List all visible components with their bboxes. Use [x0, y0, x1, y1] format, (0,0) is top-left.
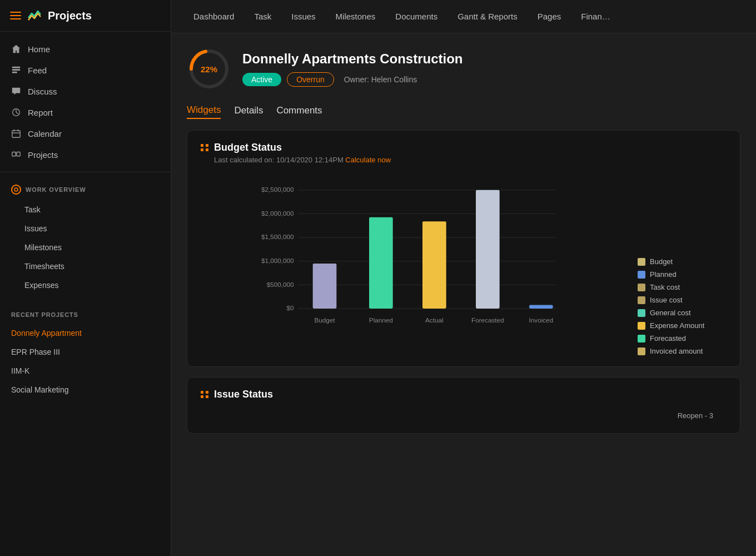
- legend-issue-cost: Issue cost: [638, 296, 727, 304]
- issue-widget-header: Issue Status: [201, 389, 727, 400]
- legend-swatch-task-cost: [638, 284, 645, 291]
- sidebar-item-projects[interactable]: Projects: [0, 144, 171, 165]
- nav-milestones[interactable]: Milestones: [327, 7, 385, 26]
- feed-icon: [11, 65, 21, 75]
- progress-percent: 22%: [201, 64, 217, 74]
- legend-invoiced-amount: Invoiced amount: [638, 347, 727, 355]
- svg-text:Invoiced: Invoiced: [529, 316, 554, 324]
- app-title: Projects: [48, 9, 92, 22]
- chart-legend: Budget Planned Task cost Issue cost: [638, 252, 727, 355]
- svg-rect-1: [12, 69, 20, 71]
- badge-active: Active: [242, 73, 281, 86]
- svg-rect-8: [12, 152, 16, 156]
- sidebar-item-feed[interactable]: Feed: [0, 59, 171, 81]
- svg-rect-4: [12, 131, 20, 138]
- tab-widgets[interactable]: Widgets: [187, 105, 221, 119]
- legend-expense-amount: Expense Amount: [638, 321, 727, 330]
- svg-text:Planned: Planned: [369, 316, 393, 324]
- sidebar: Projects Home Feed Discuss Report Calend…: [0, 0, 171, 556]
- svg-text:$0: $0: [286, 304, 294, 311]
- svg-text:$500,000: $500,000: [267, 281, 294, 288]
- sidebar-item-issues[interactable]: Issues: [0, 219, 171, 238]
- recent-label: RECENT PROJECTS: [0, 308, 171, 324]
- legend-swatch-expense-amount: [638, 322, 645, 330]
- top-nav: Dashboard Task Issues Milestones Documen…: [171, 0, 756, 33]
- legend-forecasted: Forecasted: [638, 334, 727, 342]
- chart-area: $2,500,000 $2,000,000 $1,500,000 $1,000,…: [201, 175, 727, 355]
- sidebar-item-home[interactable]: Home: [0, 38, 171, 59]
- svg-text:$1,000,000: $1,000,000: [261, 257, 294, 264]
- svg-rect-28: [476, 190, 500, 309]
- sidebar-item-milestones[interactable]: Milestones: [0, 238, 171, 257]
- sidebar-item-discuss[interactable]: Discuss: [0, 81, 171, 102]
- legend-task-cost: Task cost: [638, 283, 727, 291]
- recent-project-donnely[interactable]: Donnely Appartment: [0, 324, 171, 342]
- legend-swatch-issue-cost: [638, 296, 645, 304]
- reopen-label: Reopen - 3: [201, 403, 727, 422]
- sidebar-item-expenses[interactable]: Expenses: [0, 276, 171, 295]
- svg-text:Actual: Actual: [425, 316, 444, 324]
- hamburger-icon[interactable]: [10, 12, 21, 19]
- nav-finan[interactable]: Finan…: [572, 7, 619, 26]
- budget-subtitle: Last calculated on: 10/14/2020 12:14PM C…: [201, 156, 727, 164]
- recent-project-iimk[interactable]: IIM-K: [0, 361, 171, 380]
- nav-dashboard[interactable]: Dashboard: [185, 7, 243, 26]
- sidebar-header: Projects: [0, 0, 171, 32]
- svg-rect-25: [313, 264, 337, 309]
- svg-rect-27: [422, 221, 446, 309]
- sidebar-nav: Home Feed Discuss Report Calendar Projec…: [0, 32, 171, 172]
- budget-widget-header: Budget Status: [201, 142, 727, 153]
- svg-rect-29: [529, 305, 553, 309]
- legend-swatch-forecasted: [638, 335, 645, 342]
- issue-widget-dots-icon: [201, 391, 208, 399]
- svg-text:Forecasted: Forecasted: [471, 316, 504, 324]
- legend-general-cost: General cost: [638, 309, 727, 317]
- projects-icon: [11, 150, 21, 160]
- svg-point-10: [14, 188, 18, 191]
- sidebar-item-task[interactable]: Task: [0, 200, 171, 219]
- svg-rect-9: [17, 152, 20, 156]
- project-header: 22% Donnelly Apartments Construction Act…: [187, 47, 740, 91]
- project-info: Donnelly Apartments Construction Active …: [242, 51, 462, 87]
- nav-gantt[interactable]: Gantt & Reports: [449, 7, 526, 26]
- legend-swatch-general-cost: [638, 309, 645, 317]
- svg-text:$2,500,000: $2,500,000: [261, 186, 294, 193]
- owner-text: Owner: Helen Collins: [344, 75, 417, 84]
- work-overview-header: WORK OVERVIEW: [0, 181, 171, 200]
- budget-widget: Budget Status Last calculated on: 10/14/…: [187, 130, 740, 367]
- sidebar-item-calendar[interactable]: Calendar: [0, 123, 171, 144]
- chart-svg-wrap: $2,500,000 $2,000,000 $1,500,000 $1,000,…: [201, 175, 626, 355]
- svg-text:$1,500,000: $1,500,000: [261, 233, 294, 240]
- svg-rect-26: [369, 217, 393, 309]
- nav-pages[interactable]: Pages: [529, 7, 570, 26]
- project-badges: Active Overrun Owner: Helen Collins: [242, 72, 462, 87]
- legend-swatch-planned: [638, 271, 645, 279]
- progress-ring: 22%: [187, 47, 231, 91]
- svg-text:$2,000,000: $2,000,000: [261, 210, 294, 217]
- svg-text:Budget: Budget: [314, 316, 335, 324]
- main-area: Dashboard Task Issues Milestones Documen…: [171, 0, 756, 556]
- work-overview-section: WORK OVERVIEW Task Issues Milestones Tim…: [0, 172, 171, 299]
- home-icon: [11, 44, 21, 54]
- tab-comments[interactable]: Comments: [276, 105, 322, 118]
- recent-projects-section: RECENT PROJECTS Donnely Appartment EPR P…: [0, 299, 171, 404]
- sidebar-item-timesheets[interactable]: Timesheets: [0, 257, 171, 276]
- recent-project-epr[interactable]: EPR Phase III: [0, 342, 171, 361]
- nav-documents[interactable]: Documents: [386, 7, 446, 26]
- calendar-icon: [11, 128, 21, 138]
- svg-rect-0: [12, 67, 20, 68]
- report-icon: [11, 107, 21, 117]
- work-overview-icon: [11, 185, 21, 195]
- logo-icon: [27, 8, 42, 23]
- tab-details[interactable]: Details: [234, 105, 263, 118]
- nav-task[interactable]: Task: [245, 7, 280, 26]
- discuss-icon: [11, 86, 21, 96]
- widget-dots-icon: [201, 144, 208, 152]
- sidebar-item-report[interactable]: Report: [0, 102, 171, 123]
- svg-rect-2: [12, 72, 17, 73]
- recent-project-social[interactable]: Social Marketing: [0, 380, 171, 399]
- budget-widget-title: Budget Status: [214, 142, 282, 153]
- badge-overrun: Overrun: [287, 72, 334, 87]
- nav-issues[interactable]: Issues: [282, 7, 324, 26]
- calculate-now-link[interactable]: Calculate now: [345, 156, 391, 164]
